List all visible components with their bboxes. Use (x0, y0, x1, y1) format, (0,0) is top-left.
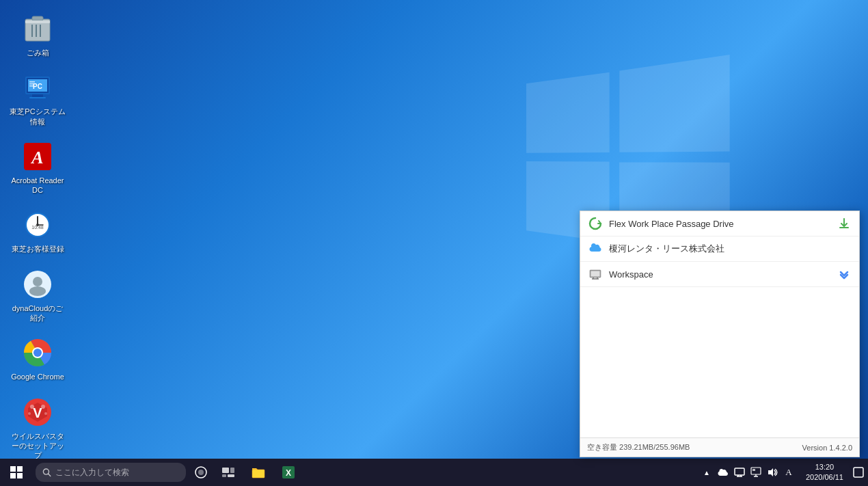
desktop-icon-dynacloud[interactable]: dynaCloudのご紹介 (7, 262, 68, 329)
tray-display-icon[interactable] (732, 459, 747, 486)
tray-network-icon[interactable] (748, 459, 763, 486)
chevron-up-icon: ▲ (703, 469, 710, 476)
svg-text:A: A (30, 148, 43, 167)
search-icon (42, 468, 51, 477)
desktop-icon-acrobat[interactable]: A Acrobat Reader DC (7, 135, 68, 201)
workspace-label: Workspace (609, 269, 836, 280)
svg-rect-10 (29, 97, 46, 98)
company-label: 榎河レンタ・リース株式会社 (609, 243, 852, 255)
acrobat-label: Acrobat Reader DC (10, 176, 66, 195)
desktop-icon-virus-buster[interactable]: V ウイルスバスターのセットアップ (7, 390, 68, 466)
tray-volume-icon[interactable] (765, 459, 780, 486)
tray-onedrive-icon[interactable] (716, 459, 731, 486)
task-view-button[interactable] (213, 459, 243, 486)
toshiba-customer-icon: 10:48 (21, 208, 54, 241)
chrome-label: Google Chrome (11, 372, 64, 381)
popup-item-company[interactable]: 榎河レンタ・リース株式会社 (580, 237, 859, 262)
toshiba-customer-label: 東芝お客様登録 (12, 244, 64, 254)
svg-rect-89 (854, 468, 863, 477)
svg-point-71 (198, 470, 204, 475)
desktop-icon-toshiba-pc[interactable]: PC 東芝PCシステム情報 (7, 66, 68, 132)
clock-time: 13:20 (815, 462, 835, 472)
taskbar-search-bar[interactable] (36, 463, 186, 482)
svg-rect-60 (591, 271, 600, 277)
cortana-button[interactable] (189, 459, 213, 486)
notification-icon (853, 467, 864, 478)
desktop-icon-chrome[interactable]: Google Chrome (7, 331, 68, 387)
svg-rect-72 (222, 468, 229, 473)
svg-rect-9 (32, 94, 43, 97)
taskbar-clock[interactable]: 13:20 2020/06/11 (800, 459, 849, 486)
svg-rect-74 (222, 474, 226, 477)
desktop-icons-container: ごみ箱 PC 東芝PCシステム情報 (7, 7, 68, 486)
svg-rect-76 (252, 470, 265, 478)
network-icon (750, 467, 761, 478)
desktop: ごみ箱 PC 東芝PCシステム情報 (0, 0, 868, 486)
popup-body (580, 287, 859, 437)
task-view-icon (222, 468, 234, 477)
excel-icon: X (282, 465, 295, 479)
tray-show-hidden-button[interactable]: ▲ (699, 459, 714, 486)
popup-item-passage-drive[interactable]: Flex Work Place Passage Drive (580, 211, 859, 237)
dynacloud-label: dynaCloudのご紹介 (10, 303, 66, 323)
passage-drive-download-icon[interactable] (836, 215, 852, 232)
search-input[interactable] (55, 468, 179, 477)
cloud-icon (717, 468, 729, 477)
tray-ime-icon[interactable]: A (781, 459, 796, 486)
virus-buster-label: ウイルスバスターのセットアップ (10, 431, 66, 461)
desktop-icon-toshiba-customer[interactable]: 10:48 東芝お客様登録 (7, 203, 68, 259)
svg-point-30 (33, 349, 42, 357)
svg-text:V: V (33, 405, 42, 420)
svg-rect-65 (17, 466, 23, 472)
acrobat-icon: A (21, 140, 54, 173)
popup-footer: 空き容量 239.21MB/255.96MB Version 1.4.2.0 (580, 437, 859, 457)
svg-marker-88 (768, 468, 773, 476)
svg-rect-87 (752, 469, 755, 471)
toshiba-pc-icon: PC (21, 71, 54, 104)
chrome-icon (21, 336, 54, 369)
popup-version: Version 1.4.2.0 (802, 444, 852, 452)
dynacloud-icon (21, 268, 54, 301)
workspace-expand-icon[interactable] (836, 266, 852, 282)
svg-text:10:48: 10:48 (31, 225, 44, 230)
svg-point-34 (41, 405, 45, 409)
svg-text:PC: PC (33, 83, 42, 90)
svg-rect-75 (228, 474, 234, 477)
flex-workdrive-popup: Flex Work Place Passage Drive 榎河レンタ・リース株… (580, 211, 860, 457)
svg-point-25 (33, 277, 42, 286)
svg-rect-66 (10, 473, 16, 478)
excel-button[interactable]: X (273, 459, 303, 486)
toshiba-pc-label: 東芝PCシステム情報 (10, 107, 66, 126)
monitor-icon (734, 467, 745, 478)
volume-icon (767, 467, 778, 478)
svg-point-26 (29, 286, 46, 296)
clock-date: 2020/06/11 (806, 472, 843, 483)
svg-rect-5 (25, 21, 50, 23)
file-explorer-icon (252, 466, 265, 478)
svg-rect-64 (10, 466, 16, 472)
workspace-icon (587, 266, 603, 282)
desktop-icon-recycle-bin[interactable]: ごみ箱 (7, 7, 68, 63)
svg-point-36 (44, 412, 47, 415)
ime-label: A (785, 467, 791, 478)
svg-rect-67 (17, 473, 23, 478)
svg-rect-80 (735, 468, 744, 475)
cortana-icon (194, 465, 208, 479)
start-button[interactable] (0, 459, 33, 486)
virus-buster-icon: V (21, 396, 54, 429)
recycle-bin-icon (21, 12, 54, 45)
company-cloud-icon (587, 241, 603, 257)
recycle-bin-label: ごみ箱 (27, 48, 49, 57)
popup-storage-info: 空き容量 239.21MB/255.96MB (587, 442, 690, 453)
passage-drive-label: Flex Work Place Passage Drive (609, 219, 836, 229)
taskbar-right: ▲ (695, 459, 868, 486)
svg-point-35 (28, 412, 31, 415)
popup-item-workspace[interactable]: Workspace (580, 262, 859, 287)
file-explorer-button[interactable] (243, 459, 273, 486)
svg-rect-1 (32, 16, 43, 21)
notification-button[interactable] (849, 459, 868, 486)
svg-rect-73 (230, 468, 234, 473)
svg-text:X: X (286, 468, 291, 478)
svg-point-33 (30, 405, 34, 409)
svg-line-69 (49, 474, 51, 476)
